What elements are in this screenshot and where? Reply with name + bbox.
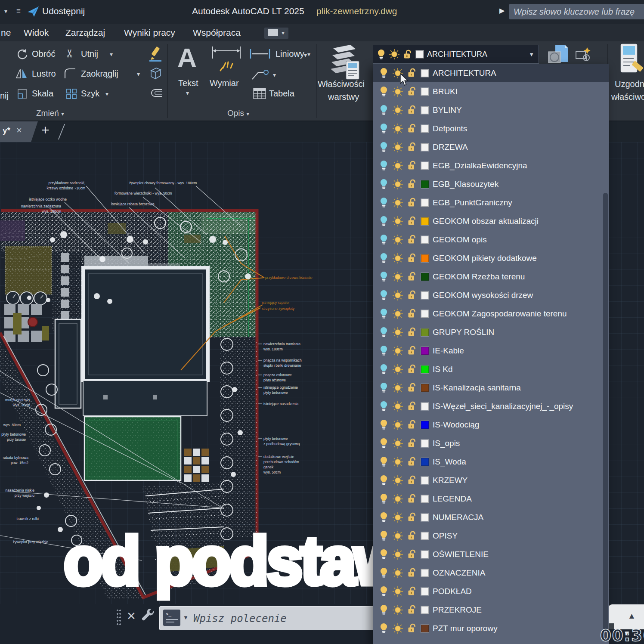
layer-name[interactable]: GEOKOM pikiety dodatkowe <box>433 254 537 263</box>
layer-color-swatch[interactable] <box>421 606 429 614</box>
layer-freeze-sun-icon[interactable] <box>392 216 403 227</box>
menu-tab-widok[interactable]: Widok <box>24 28 49 38</box>
layer-unlock-icon[interactable] <box>407 271 417 282</box>
menu-tab-zarzadzaj[interactable]: Zarządzaj <box>65 28 105 38</box>
array-icon[interactable] <box>65 88 77 100</box>
mirror-button[interactable]: Lustro <box>32 69 56 79</box>
layer-row[interactable]: IS-Kanalizacja sanitarna <box>373 378 609 397</box>
layer-row[interactable]: IS_opis <box>373 434 609 452</box>
layer-unlock-icon[interactable] <box>407 160 417 171</box>
layer-name[interactable]: GEOKOM obszar aktualizacji <box>433 217 539 226</box>
layer-state-icons[interactable] <box>377 49 424 60</box>
layer-unlock-icon[interactable] <box>407 530 417 541</box>
layer-unlock-icon[interactable] <box>407 512 417 523</box>
layer-import-icon[interactable] <box>546 44 571 65</box>
layer-row[interactable]: OPISY <box>373 526 609 545</box>
layer-color-swatch[interactable] <box>421 291 429 299</box>
layer-freeze-sun-icon[interactable] <box>389 49 400 60</box>
layer-freeze-sun-icon[interactable] <box>392 142 403 153</box>
layer-name[interactable]: IS-Kanalizacja sanitarna <box>433 383 521 393</box>
layer-visibility-bulb-icon[interactable] <box>379 586 388 597</box>
layer-visibility-bulb-icon[interactable] <box>379 197 388 208</box>
chevron-down-icon[interactable]: ▾ <box>105 90 108 97</box>
layer-unlock-icon[interactable] <box>403 49 413 60</box>
layer-name[interactable]: EGB_Klasouzytek <box>433 180 498 189</box>
layer-freeze-sun-icon[interactable] <box>392 364 403 375</box>
layer-visibility-bulb-icon[interactable] <box>379 179 388 189</box>
layer-color-swatch[interactable] <box>421 514 429 521</box>
layer-unlock-icon[interactable] <box>407 327 417 337</box>
text-button[interactable]: Tekst <box>178 78 198 88</box>
ribbon-display-button[interactable]: ▾ <box>264 28 288 39</box>
layer-unlock-icon[interactable] <box>407 364 417 375</box>
layer-freeze-sun-icon[interactable] <box>392 401 403 412</box>
layer-name[interactable]: IS_Woda <box>433 457 466 467</box>
layer-unlock-icon[interactable] <box>407 123 417 134</box>
layer-row[interactable]: LEGENDA <box>373 489 609 508</box>
layer-color-swatch[interactable] <box>421 384 429 392</box>
layer-unlock-icon[interactable] <box>407 604 417 615</box>
layer-row[interactable]: GEOKOM Zagospodarowanie terenu <box>373 304 609 323</box>
chevron-down-icon[interactable]: ▾ <box>307 51 310 58</box>
new-layer-sparkle-icon[interactable] <box>575 46 592 63</box>
layer-unlock-icon[interactable] <box>407 475 417 486</box>
layer-unlock-icon[interactable] <box>407 216 417 226</box>
layer-unlock-icon[interactable] <box>407 142 417 152</box>
layer-name[interactable]: GEOKOM opis <box>433 235 487 245</box>
layer-visibility-bulb-icon[interactable] <box>379 456 388 467</box>
layer-unlock-icon[interactable] <box>407 438 417 449</box>
layer-name[interactable]: PODKŁAD <box>433 587 472 596</box>
layer-name[interactable]: NUMERACJA <box>433 513 483 522</box>
layer-row[interactable]: OZNACZENIA <box>373 564 609 582</box>
layer-name[interactable]: IS Kd <box>433 365 452 374</box>
layer-freeze-sun-icon[interactable] <box>392 382 403 393</box>
layer-row[interactable]: PODKŁAD <box>373 582 609 601</box>
layer-freeze-sun-icon[interactable] <box>392 160 403 171</box>
layer-color-swatch[interactable] <box>421 421 429 429</box>
layer-color-swatch[interactable] <box>421 217 429 225</box>
layer-row[interactable]: NUMERACJA <box>373 508 609 526</box>
layer-freeze-sun-icon[interactable] <box>392 419 403 430</box>
layer-freeze-sun-icon[interactable] <box>392 86 403 97</box>
layer-name[interactable]: BRUKI <box>433 87 458 96</box>
layer-visibility-bulb-icon[interactable] <box>379 253 388 263</box>
layer-visibility-bulb-icon[interactable] <box>379 549 388 560</box>
layer-color-swatch[interactable] <box>421 347 429 355</box>
layer-unlock-icon[interactable] <box>407 253 417 263</box>
layer-visibility-bulb-icon[interactable] <box>379 123 388 134</box>
layer-visibility-bulb-icon[interactable] <box>379 234 388 245</box>
layer-row[interactable]: GEOKOM opis <box>373 230 609 249</box>
scroll-up-box[interactable]: ▲ <box>609 604 644 629</box>
layer-visibility-bulb-icon[interactable] <box>379 68 388 78</box>
layer-freeze-sun-icon[interactable] <box>392 456 403 468</box>
layer-color-swatch[interactable] <box>421 365 429 373</box>
layer-unlock-icon[interactable] <box>407 419 417 430</box>
layer-visibility-bulb-icon[interactable] <box>379 512 388 523</box>
layer-freeze-sun-icon[interactable] <box>392 123 403 134</box>
layer-color-swatch[interactable] <box>421 106 429 114</box>
fillet-icon[interactable] <box>64 67 77 79</box>
layer-row[interactable]: IS-Wodociąg <box>373 415 609 434</box>
layer-row[interactable]: IS Kd <box>373 360 609 378</box>
layer-name[interactable]: PRZEKROJE <box>433 605 482 615</box>
modify-group-label[interactable]: Zmień ▾ <box>36 108 64 118</box>
dropdown-scrollbar[interactable] <box>603 193 608 641</box>
layer-unlock-icon[interactable] <box>407 586 417 597</box>
layer-freeze-sun-icon[interactable] <box>392 308 403 319</box>
match-properties-button[interactable]: Uzgodnij <box>615 79 644 89</box>
dimension-icon[interactable] <box>210 46 243 74</box>
cube-3d-icon[interactable] <box>149 66 162 80</box>
layer-name[interactable]: GRUPY ROŚLIN <box>433 328 494 337</box>
layer-color-swatch[interactable] <box>421 69 429 77</box>
layer-unlock-icon[interactable] <box>407 623 417 634</box>
layer-freeze-sun-icon[interactable] <box>392 623 403 634</box>
layer-name[interactable]: KRZEWY <box>433 476 468 485</box>
layer-freeze-sun-icon[interactable] <box>392 549 403 560</box>
layer-row[interactable]: OŚWIETLENIE <box>373 545 609 564</box>
scale-button[interactable]: Skala <box>32 89 53 99</box>
layer-name[interactable]: IS-Węzeł_sieci_kanalizacyjnej_-_opisy <box>433 402 573 411</box>
layer-combobox[interactable]: ARCHITEKTURA ▼ <box>373 45 539 64</box>
layer-visibility-bulb-icon[interactable] <box>379 419 388 430</box>
linear-dimension-icon[interactable] <box>249 48 271 59</box>
layer-color-swatch[interactable] <box>421 458 429 466</box>
